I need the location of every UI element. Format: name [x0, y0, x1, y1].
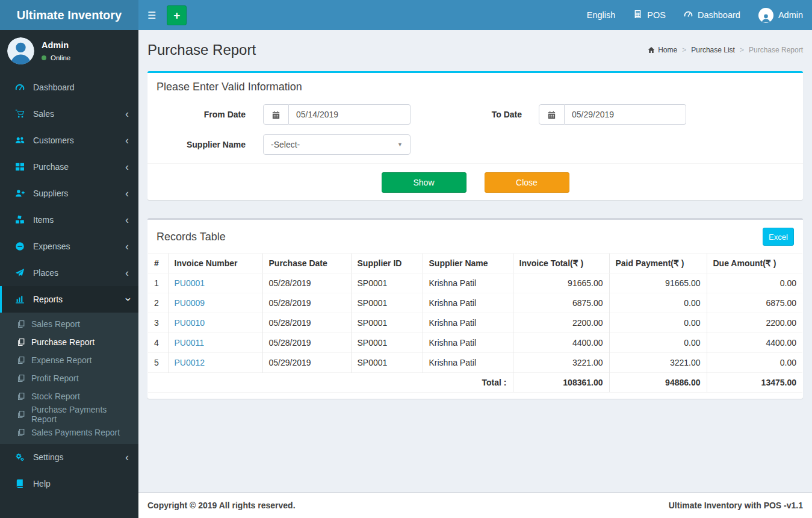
filter-panel-title: Please Enter Valid Information [157, 81, 302, 93]
sidebar-item-label: Help [33, 479, 51, 488]
chevron-left-icon: ‹ [125, 267, 129, 278]
sidebar-subitem-label: Stock Report [31, 392, 80, 401]
excel-export-button[interactable]: Excel [763, 228, 794, 246]
from-date-input[interactable] [289, 104, 411, 125]
nav-item-dashboard[interactable]: Dashboard [675, 0, 749, 30]
person-silhouette-icon [7, 37, 34, 64]
dashboard-icon [15, 83, 25, 92]
sidebar-subitem-sales-payments-report[interactable]: Sales Payments Report [0, 423, 138, 442]
table-row: 1PU000105/28/2019SP0001Krishna Patil9166… [148, 273, 802, 293]
sidebar-item-label: Settings [33, 452, 64, 462]
sidebar-item-items[interactable]: Items‹ [0, 207, 138, 233]
sidebar-item-label: Dashboard [33, 83, 75, 92]
show-button[interactable]: Show [382, 172, 466, 193]
sidebar-item-label: Items [33, 215, 54, 225]
breadcrumb-separator: > [740, 46, 744, 54]
breadcrumb-item-home[interactable]: Home [648, 46, 677, 54]
cell-number: 1 [148, 273, 168, 293]
cell-purchase-date: 05/28/2019 [262, 333, 351, 353]
reports-submenu: Sales ReportPurchase ReportExpense Repor… [0, 313, 138, 444]
cart-icon [15, 109, 25, 119]
sidebar-item-dashboard[interactable]: Dashboard [0, 74, 138, 101]
cell-supplier-id: SP0001 [351, 293, 423, 313]
invoice-link[interactable]: PU0009 [175, 298, 205, 308]
nav-dashboard-label: Dashboard [698, 10, 740, 20]
sidebar-item-sales[interactable]: Sales‹ [0, 101, 138, 127]
invoice-link[interactable]: PU0010 [175, 318, 205, 328]
copy-icon [17, 338, 25, 346]
sidebar-subitem-expense-report[interactable]: Expense Report [0, 351, 138, 369]
sidebar-subitem-label: Sales Payments Report [31, 428, 120, 437]
invoice-link[interactable]: PU0011 [175, 338, 205, 348]
to-date-group [539, 104, 686, 125]
top-navbar: Ultimate Inventory ☰ + English POS Dashb… [0, 0, 812, 30]
sidebar: Admin Online DashboardSales‹Customers‹Pu… [0, 30, 138, 518]
cell-supplier-name: Krishna Patil [423, 273, 513, 293]
cell-invoice-total: 3221.00 [513, 353, 609, 373]
user-status[interactable]: Online [42, 54, 70, 61]
sidebar-subitem-sales-report[interactable]: Sales Report [0, 315, 138, 333]
sidebar-toggle-button[interactable]: ☰ [138, 0, 165, 30]
sidebar-subitem-profit-report[interactable]: Profit Report [0, 369, 138, 387]
add-button[interactable]: + [167, 5, 187, 25]
plus-icon: + [173, 9, 180, 22]
cell-supplier-id: SP0001 [351, 333, 423, 353]
cell-paid-payment: 0.00 [609, 293, 707, 313]
sidebar-item-purchase[interactable]: Purchase‹ [0, 154, 138, 180]
invoice-link[interactable]: PU0001 [175, 278, 205, 288]
invoice-link[interactable]: PU0012 [175, 358, 205, 367]
sidebar-item-suppliers[interactable]: Suppliers‹ [0, 180, 138, 207]
col-header-paid-payment: Paid Payment(₹ ) [609, 254, 707, 273]
cell-invoice-number: PU0012 [168, 353, 262, 373]
nav-item-user[interactable]: Admin [749, 0, 812, 30]
to-date-input[interactable] [565, 104, 686, 125]
sidebar-subitem-purchase-report[interactable]: Purchase Report [0, 333, 138, 351]
hamburger-icon: ☰ [147, 10, 156, 20]
sidebar-subitem-purchase-payments-report[interactable]: Purchase Payments Report [0, 405, 138, 423]
sidebar-item-label: Suppliers [33, 189, 68, 198]
breadcrumb-separator: > [682, 46, 686, 54]
sidebar-item-places[interactable]: Places‹ [0, 260, 138, 286]
nav-item-language[interactable]: English [578, 0, 625, 30]
sidebar-item-customers[interactable]: Customers‹ [0, 127, 138, 154]
cell-number: 5 [148, 353, 168, 373]
col-header-supplier-name: Supplier Name [423, 254, 513, 273]
cell-number: 3 [148, 313, 168, 333]
sidebar-item-help[interactable]: Help [0, 470, 138, 497]
sidebar-user-name: Admin [42, 40, 70, 50]
nav-item-pos[interactable]: POS [624, 0, 675, 30]
sidebar-menu: DashboardSales‹Customers‹Purchase‹Suppli… [0, 74, 138, 497]
breadcrumb-label: Purchase Report [749, 46, 803, 54]
filter-panel: Please Enter Valid Information From Date… [147, 71, 803, 200]
sidebar-item-label: Expenses [33, 242, 70, 251]
book-icon [15, 479, 25, 488]
date-row: From Date To Date [157, 104, 794, 125]
sidebar-subitem-label: Purchase Report [31, 337, 95, 347]
close-button[interactable]: Close [485, 172, 569, 193]
cell-due-amount: 0.00 [707, 353, 802, 373]
copy-icon [17, 410, 25, 419]
content-header: Purchase Report Home>Purchase List>Purch… [138, 30, 812, 65]
cell-due-amount: 2200.00 [707, 313, 802, 333]
records-panel: Records Table Excel #Invoice NumberPurch… [147, 218, 803, 399]
sidebar-item-settings[interactable]: Settings‹ [0, 444, 138, 470]
sidebar-subitem-label: Profit Report [31, 373, 79, 383]
cell-purchase-date: 05/28/2019 [262, 273, 351, 293]
col-header-supplier-id: Supplier ID [351, 254, 423, 273]
app-logo[interactable]: Ultimate Inventory [0, 0, 138, 30]
breadcrumb-item-purchase-list[interactable]: Purchase List [691, 46, 735, 54]
filter-panel-header: Please Enter Valid Information [147, 73, 803, 98]
chevron-left-icon: ‹ [125, 135, 129, 146]
supplier-select[interactable]: -Select- ▼ [263, 134, 411, 155]
sidebar-item-expenses[interactable]: Expenses‹ [0, 233, 138, 260]
copyright-text: Copyright © 2019 All rights reserved. [147, 501, 296, 510]
table-row: 5PU001205/29/2019SP0001Krishna Patil3221… [148, 353, 802, 373]
sidebar-subitem-stock-report[interactable]: Stock Report [0, 387, 138, 405]
content-wrapper: Purchase Report Home>Purchase List>Purch… [138, 30, 812, 518]
app-logo-text: Ultimate Inventory [17, 8, 122, 22]
avatar [7, 37, 34, 64]
chevron-down-icon: ▼ [397, 142, 403, 148]
calendar-icon [539, 104, 565, 125]
sidebar-item-reports[interactable]: Reports‹ [0, 286, 138, 313]
copy-icon [17, 374, 25, 382]
